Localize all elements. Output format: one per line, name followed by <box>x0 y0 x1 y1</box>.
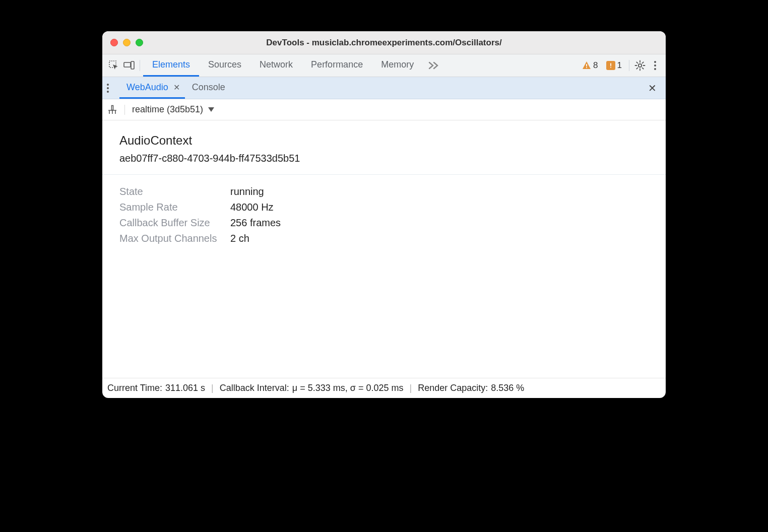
tab-sources[interactable]: Sources <box>199 54 250 77</box>
separator: | <box>406 383 415 393</box>
tab-network[interactable]: Network <box>250 54 302 77</box>
traffic-lights <box>110 39 143 46</box>
drawer-tab-label: Console <box>192 82 225 93</box>
prop-buffersize-label: Callback Buffer Size <box>119 217 230 229</box>
main-tabstrip: Elements Sources Network Performance Mem… <box>102 54 666 77</box>
issue-counts[interactable]: 8 1 <box>578 60 626 71</box>
warnings-count: 8 <box>593 60 598 71</box>
drawer-tabstrip: WebAudio ✕ Console ✕ <box>102 77 666 99</box>
svg-rect-6 <box>610 63 611 66</box>
audiocontext-uuid: aeb07ff7-c880-4703-944b-ff47533d5b51 <box>119 153 649 164</box>
svg-rect-2 <box>131 61 134 69</box>
tab-memory[interactable]: Memory <box>372 54 423 77</box>
callback-interval-value: μ = 5.333 ms, σ = 0.025 ms <box>292 383 404 393</box>
svg-rect-15 <box>112 105 113 110</box>
status-bar: Current Time: 311.061 s | Callback Inter… <box>102 378 666 398</box>
current-time-value: 311.061 s <box>165 383 205 393</box>
warning-icon <box>582 61 591 70</box>
context-selector-dropdown[interactable]: realtime (3d5b51) <box>132 104 214 115</box>
issues-icon <box>606 61 615 70</box>
audiocontext-title: AudioContext <box>119 134 649 148</box>
svg-point-9 <box>654 61 656 63</box>
prop-maxchannels-value: 2 ch <box>230 233 649 244</box>
properties-table: State running Sample Rate 48000 Hz Callb… <box>119 186 649 244</box>
chevron-down-icon <box>208 107 214 112</box>
tab-label: Sources <box>208 59 241 70</box>
svg-rect-3 <box>586 64 587 66</box>
separator <box>124 105 125 115</box>
webaudio-toolbar: realtime (3d5b51) <box>102 99 666 120</box>
svg-point-13 <box>107 87 109 89</box>
callback-interval-label: Callback Interval: <box>220 383 289 393</box>
tab-label: Performance <box>311 59 363 70</box>
svg-rect-7 <box>610 67 611 68</box>
svg-point-11 <box>654 68 656 70</box>
panel-tabs: Elements Sources Network Performance Mem… <box>143 54 445 77</box>
close-tab-icon[interactable]: ✕ <box>173 83 180 92</box>
svg-point-10 <box>654 64 656 66</box>
prop-samplerate-label: Sample Rate <box>119 202 230 213</box>
separator <box>629 60 629 71</box>
current-time-label: Current Time: <box>107 383 162 393</box>
devtools-window: DevTools - musiclab.chromeexperiments.co… <box>102 31 666 398</box>
drawer-tab-console[interactable]: Console <box>185 77 230 99</box>
svg-rect-4 <box>586 67 587 68</box>
svg-rect-1 <box>124 62 131 67</box>
webaudio-content: AudioContext aeb07ff7-c880-4703-944b-ff4… <box>102 120 666 378</box>
drawer-tab-webaudio[interactable]: WebAudio ✕ <box>119 77 185 99</box>
tab-label: Elements <box>152 59 190 70</box>
separator: | <box>208 383 217 393</box>
drawer-tab-label: WebAudio <box>126 82 168 93</box>
more-tabs-icon[interactable] <box>423 54 445 77</box>
issues-count: 1 <box>617 60 622 71</box>
prop-samplerate-value: 48000 Hz <box>230 202 649 213</box>
svg-point-12 <box>107 84 109 86</box>
maximize-window-button[interactable] <box>136 39 143 46</box>
render-capacity-value: 8.536 % <box>491 383 524 393</box>
garbage-collect-icon[interactable] <box>107 105 117 115</box>
prop-state-label: State <box>119 186 230 197</box>
prop-buffersize-value: 256 frames <box>230 217 649 229</box>
window-titlebar: DevTools - musiclab.chromeexperiments.co… <box>102 31 666 54</box>
render-capacity-label: Render Capacity: <box>418 383 488 393</box>
tab-label: Network <box>260 59 293 70</box>
svg-point-14 <box>107 91 109 93</box>
tab-elements[interactable]: Elements <box>143 54 199 77</box>
context-selector-value: realtime (3d5b51) <box>132 104 203 115</box>
prop-maxchannels-label: Max Output Channels <box>119 233 230 244</box>
device-toolbar-icon[interactable] <box>121 58 137 73</box>
separator <box>140 60 140 71</box>
close-drawer-icon[interactable]: ✕ <box>643 82 662 94</box>
close-window-button[interactable] <box>110 39 118 46</box>
kebab-menu-icon[interactable] <box>648 58 663 73</box>
window-title: DevTools - musiclab.chromeexperiments.co… <box>102 38 666 48</box>
minimize-window-button[interactable] <box>123 39 131 46</box>
svg-point-8 <box>638 64 642 67</box>
tab-performance[interactable]: Performance <box>302 54 372 77</box>
settings-gear-icon[interactable] <box>632 58 648 73</box>
prop-state-value: running <box>230 186 649 197</box>
tab-label: Memory <box>381 59 414 70</box>
divider <box>102 174 666 175</box>
drawer-kebab-icon[interactable] <box>106 83 119 93</box>
inspect-element-icon[interactable] <box>106 58 121 73</box>
